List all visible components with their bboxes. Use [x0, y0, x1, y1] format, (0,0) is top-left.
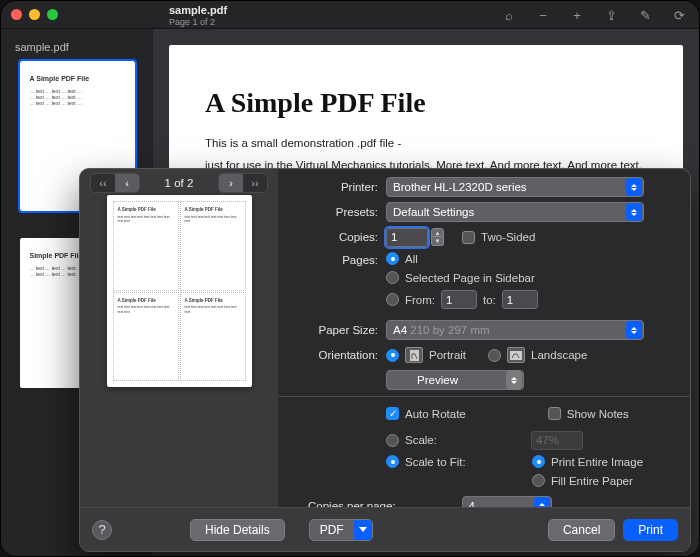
zoom-in-icon[interactable]: +	[569, 7, 585, 23]
preview-page-counter: 1 of 2	[165, 177, 194, 189]
chevron-updown-icon	[631, 209, 637, 216]
printer-select[interactable]: Brother HL-L2320D series	[386, 177, 644, 197]
svg-rect-0	[410, 350, 419, 361]
chevron-updown-icon	[539, 503, 545, 508]
pages-to-input[interactable]: 1	[502, 290, 538, 309]
auto-rotate-checkbox[interactable]	[386, 407, 399, 420]
page-paragraph: This is a small demonstration .pdf file …	[205, 137, 647, 149]
chevron-updown-icon	[631, 184, 637, 191]
orientation-portrait-radio[interactable]	[386, 349, 399, 362]
scale-percent-input: 47%	[531, 431, 583, 450]
printer-label: Printer:	[290, 181, 386, 193]
cancel-button[interactable]: Cancel	[548, 519, 615, 541]
chevron-right-icon: ››	[243, 174, 267, 192]
pages-all-radio[interactable]	[386, 252, 399, 265]
copies-stepper[interactable]: ▲▼	[431, 228, 444, 246]
pages-range-radio[interactable]	[386, 293, 399, 306]
landscape-icon	[507, 347, 525, 363]
preview-app-window: sample.pdf Page 1 of 2 ⌕ − + ⇪ ✎ ⟳ sampl…	[0, 0, 700, 557]
chevron-right-icon: ›	[219, 174, 243, 192]
section-divider	[278, 396, 690, 397]
paper-size-select[interactable]: A4 210 by 297 mm	[386, 320, 644, 340]
paper-size-label: Paper Size:	[290, 324, 386, 336]
minimize-window-button[interactable]	[29, 9, 40, 20]
dialog-footer: ? Hide Details PDF Cancel Print	[80, 507, 690, 551]
copies-per-page-select[interactable]: 4	[462, 496, 552, 507]
chevron-updown-icon	[511, 377, 517, 384]
rotate-icon[interactable]: ⟳	[671, 7, 687, 23]
preview-nav-back[interactable]: ‹‹ ‹	[90, 173, 140, 193]
preview-nav-forward[interactable]: › ››	[218, 173, 268, 193]
orientation-label: Orientation:	[290, 349, 386, 361]
document-subtitle: Page 1 of 2	[169, 17, 215, 27]
presets-select[interactable]: Default Settings	[386, 202, 644, 222]
two-sided-checkbox[interactable]	[462, 231, 475, 244]
scale-radio[interactable]	[386, 434, 399, 447]
share-icon[interactable]: ⇪	[603, 7, 619, 23]
pdf-dropdown-button[interactable]: PDF	[309, 519, 373, 541]
print-options-pane: Printer: Brother HL-L2320D series Preset…	[278, 169, 690, 507]
portrait-icon	[405, 347, 423, 363]
print-entire-image-radio[interactable]	[532, 455, 545, 468]
pages-label: Pages:	[290, 252, 386, 266]
document-title: sample.pdf	[169, 4, 227, 16]
show-notes-checkbox[interactable]	[548, 407, 561, 420]
toolbar-icons: ⌕ − + ⇪ ✎ ⟳	[501, 7, 687, 23]
app-titlebar: sample.pdf Page 1 of 2 ⌕ − + ⇪ ✎ ⟳	[1, 1, 699, 29]
copies-input[interactable]: 1	[386, 228, 428, 247]
page-heading: A Simple PDF File	[205, 87, 647, 119]
chevron-left-icon: ‹	[115, 174, 139, 192]
sidebar-filename: sample.pdf	[15, 41, 139, 53]
scale-to-fit-radio[interactable]	[386, 455, 399, 468]
svg-rect-1	[510, 351, 522, 360]
chevron-updown-icon	[631, 327, 637, 334]
zoom-out-icon[interactable]: −	[535, 7, 551, 23]
chevron-left-icon: ‹‹	[91, 174, 115, 192]
app-options-select[interactable]: Preview	[386, 370, 524, 390]
copies-per-page-label: Copies per page:	[290, 500, 404, 507]
orientation-landscape-radio[interactable]	[488, 349, 501, 362]
zoom-window-button[interactable]	[47, 9, 58, 20]
presets-label: Presets:	[290, 206, 386, 218]
two-sided-label: Two-Sided	[481, 231, 535, 243]
print-button[interactable]: Print	[623, 519, 678, 541]
window-controls	[11, 9, 58, 20]
pages-from-input[interactable]: 1	[441, 290, 477, 309]
fill-entire-paper-radio[interactable]	[532, 474, 545, 487]
help-button[interactable]: ?	[92, 520, 112, 540]
pages-selected-radio[interactable]	[386, 271, 399, 284]
print-preview-pane: ‹‹ ‹ 1 of 2 › ›› A Simple PDF Filetext t…	[80, 169, 278, 507]
hide-details-button[interactable]: Hide Details	[190, 519, 285, 541]
close-window-button[interactable]	[11, 9, 22, 20]
search-icon[interactable]: ⌕	[501, 7, 517, 23]
chevron-down-icon	[354, 520, 372, 540]
markup-icon[interactable]: ✎	[637, 7, 653, 23]
print-dialog: ‹‹ ‹ 1 of 2 › ›› A Simple PDF Filetext t…	[79, 168, 691, 552]
copies-label: Copies:	[290, 231, 386, 243]
preview-sheet: A Simple PDF Filetext text text text tex…	[107, 195, 252, 387]
